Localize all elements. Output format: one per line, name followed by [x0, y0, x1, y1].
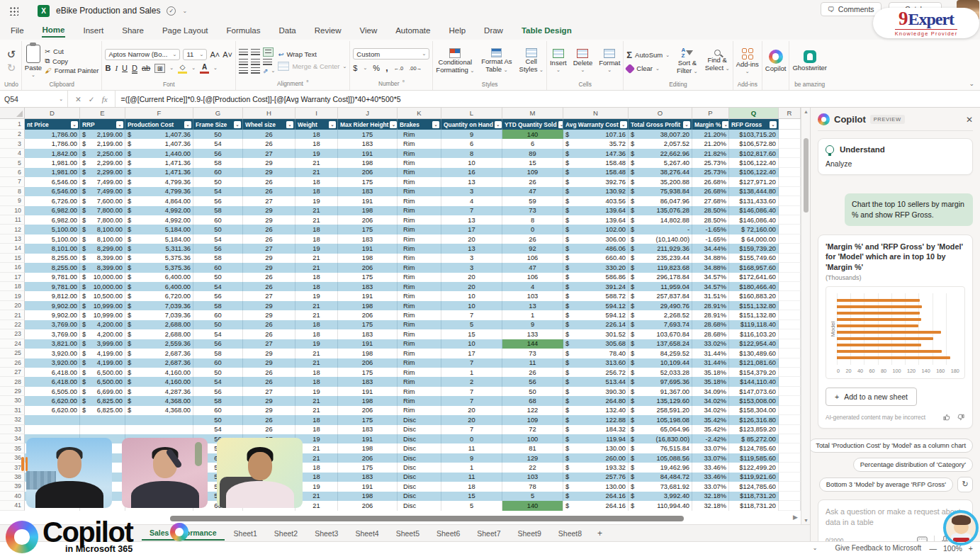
cell-J38[interactable]: 183: [338, 473, 398, 482]
cell-P25[interactable]: 31.44%: [692, 349, 729, 358]
vertical-scroll-thumb[interactable]: [804, 138, 809, 213]
row-header-19[interactable]: 19: [0, 291, 25, 300]
cell-K25[interactable]: Rim: [398, 349, 441, 358]
cell-H32[interactable]: 26: [243, 415, 295, 424]
cell-G9[interactable]: 56: [193, 196, 243, 205]
cell-N11[interactable]: $139.64: [563, 215, 629, 225]
table-header-margin-[interactable]: Margin %⌄: [692, 119, 729, 130]
cell-O14[interactable]: $211,929.36: [629, 244, 692, 253]
menu-tab-share[interactable]: Share: [121, 24, 145, 37]
cell-Q32[interactable]: $126,316.80: [729, 415, 779, 424]
cell-N15[interactable]: $660.40: [563, 254, 629, 263]
cell-N34[interactable]: $119.94: [563, 434, 629, 443]
cell-G33[interactable]: 54: [193, 425, 243, 434]
cell-P33[interactable]: 35.42%: [692, 425, 729, 434]
cell-N30[interactable]: $264.80: [563, 396, 629, 405]
cell-K9[interactable]: Rim: [398, 196, 441, 205]
delete-cells-button[interactable]: Delete⌄: [573, 49, 592, 73]
cell-M4[interactable]: 89: [502, 149, 563, 158]
cell-G18[interactable]: 54: [193, 282, 243, 291]
cell-J4[interactable]: 191: [338, 149, 398, 158]
paste-dropdown-icon[interactable]: ⌄: [31, 72, 35, 78]
cell-K39[interactable]: Disc: [398, 482, 441, 491]
cell-M37[interactable]: 22: [502, 463, 563, 472]
cell-P16[interactable]: 34.88%: [692, 263, 729, 272]
cell-Q34[interactable]: $ 85,272.00: [729, 434, 779, 443]
cell-Q19[interactable]: $160,883.20: [729, 291, 779, 300]
cell-I30[interactable]: 21: [295, 396, 338, 405]
cell-K34[interactable]: Disc: [398, 434, 441, 443]
increase-indent-button[interactable]: [251, 67, 260, 74]
filter-dropdown-icon[interactable]: ⌄: [390, 121, 397, 128]
cell-E7[interactable]: $7,499.00: [80, 177, 125, 186]
row-header-31[interactable]: 31: [0, 406, 25, 415]
row-header-32[interactable]: 32: [0, 415, 25, 424]
cell-P24[interactable]: 33.02%: [692, 339, 729, 349]
cell-M22[interactable]: 9: [502, 320, 563, 329]
cell-Q18[interactable]: $180,466.40: [729, 282, 779, 291]
cell-K37[interactable]: Disc: [398, 463, 441, 472]
cell-L25[interactable]: 17: [441, 349, 502, 358]
saved-status-icon[interactable]: ✓: [167, 6, 176, 16]
row-header-10[interactable]: 10: [0, 206, 25, 215]
cell-R14[interactable]: [779, 244, 801, 253]
cell-P13[interactable]: -1.65%: [692, 234, 729, 244]
cell-L30[interactable]: 7: [441, 396, 502, 405]
cell-N41[interactable]: $264.16: [563, 501, 629, 510]
cell-H29[interactable]: 27: [243, 387, 295, 396]
understand-card[interactable]: Understand Analyze: [818, 138, 973, 175]
cell-N21[interactable]: $594.12: [563, 310, 629, 320]
cell-I15[interactable]: 21: [295, 254, 338, 263]
row-header-20[interactable]: 20: [0, 301, 25, 310]
cell-D13[interactable]: 5,100.00: [25, 234, 80, 244]
cell-O6[interactable]: $38,276.44: [629, 168, 692, 177]
cell-N20[interactable]: $594.12: [563, 301, 629, 310]
cell-E18[interactable]: $10,000.00: [80, 282, 125, 291]
cell-G13[interactable]: 54: [193, 234, 243, 244]
analyze-option[interactable]: Analyze: [826, 159, 965, 168]
menu-tab-draw[interactable]: Draw: [483, 24, 504, 37]
cell-Q2[interactable]: $103,715.20: [729, 130, 779, 139]
cell-E19[interactable]: $10,500.00: [80, 291, 125, 300]
cell-L7[interactable]: 13: [441, 177, 502, 186]
cell-H22[interactable]: 26: [243, 320, 295, 329]
cell-N6[interactable]: $158.48: [563, 168, 629, 177]
number-format-select[interactable]: Custom⌄: [353, 48, 429, 60]
cell-O20[interactable]: $29,490.76: [629, 301, 692, 310]
cell-R37[interactable]: [779, 463, 801, 472]
cell-F21[interactable]: $7,039.36: [125, 310, 193, 320]
cell-P15[interactable]: 34.88%: [692, 254, 729, 263]
format-painter-button[interactable]: 🖌︎Format Painter: [45, 67, 98, 74]
cell-F8[interactable]: $4,799.36: [125, 187, 193, 196]
cell-K33[interactable]: Disc: [398, 425, 441, 434]
namebox-dropdown-icon[interactable]: ⌄: [59, 96, 63, 102]
cell-G30[interactable]: 58: [193, 396, 243, 405]
decrease-decimal-button[interactable]: .00→: [409, 65, 422, 72]
cell-F10[interactable]: $4,992.00: [125, 206, 193, 215]
cell-D14[interactable]: 8,101.00: [25, 244, 80, 253]
statusbar-chevron-icon[interactable]: ⌄: [803, 545, 827, 551]
select-all-corner[interactable]: [0, 108, 25, 118]
cell-N35[interactable]: $130.00: [563, 443, 629, 453]
cell-G20[interactable]: 58: [193, 301, 243, 310]
cell-K38[interactable]: Disc: [398, 473, 441, 482]
cell-J32[interactable]: 175: [338, 415, 398, 424]
column-header-G[interactable]: G: [193, 108, 243, 118]
cell-K3[interactable]: Rim: [398, 139, 441, 148]
cell-I13[interactable]: 18: [295, 234, 338, 244]
cell-N18[interactable]: $391.24: [563, 282, 629, 291]
cell-M9[interactable]: 59: [502, 196, 563, 205]
cell-F12[interactable]: $5,184.00: [125, 225, 193, 234]
sheet-tab-sheet2[interactable]: Sheet2: [266, 527, 305, 540]
cell-R22[interactable]: [779, 320, 801, 329]
cell-Q23[interactable]: $116,103.20: [729, 329, 779, 339]
cell-G6[interactable]: 60: [193, 168, 243, 177]
table-header-wheel-size[interactable]: Wheel size⌄: [243, 119, 295, 130]
row-header-17[interactable]: 17: [0, 273, 25, 282]
cell-L12[interactable]: 17: [441, 225, 502, 234]
cell-J30[interactable]: 198: [338, 396, 398, 405]
cell-H30[interactable]: 29: [243, 396, 295, 405]
row-header-29[interactable]: 29: [0, 387, 25, 396]
cell-K30[interactable]: Rim: [398, 396, 441, 405]
table-header-weight[interactable]: Weight⌄: [295, 119, 338, 130]
